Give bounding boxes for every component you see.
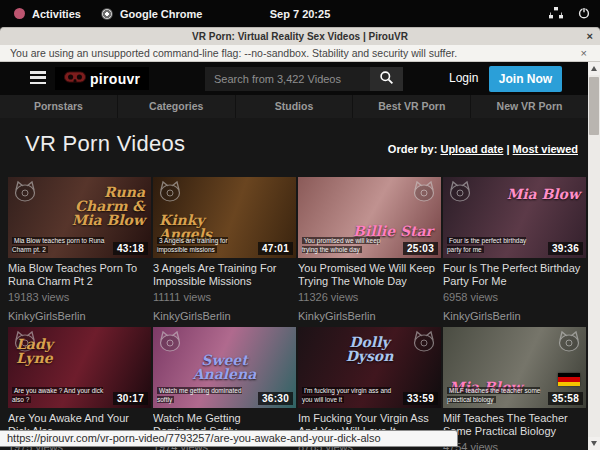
video-grid: Runa Charm & Mia Blow Mia Blow teaches p… xyxy=(8,177,586,450)
browser-title-bar[interactable]: VR Porn: Virtual Reality Sex Videos | Pi… xyxy=(0,27,600,45)
search-icon xyxy=(379,70,394,88)
video-thumbnail[interactable]: Runa Charm & Mia Blow Mia Blow teaches p… xyxy=(8,177,151,258)
view-count: 11326 views xyxy=(298,291,441,303)
join-now-button[interactable]: Join Now xyxy=(489,66,562,92)
studio-link[interactable]: KinkyGirlsBerlin xyxy=(153,310,296,322)
warning-text: You are using an unsupported command-lin… xyxy=(10,47,457,59)
browser-viewport: pirouvr Login Join Now Pornstars Categor… xyxy=(0,62,600,450)
video-thumbnail[interactable]: Billie Star You promised we will keep tr… xyxy=(298,177,441,258)
site-logo-text: pirouvr xyxy=(90,71,140,87)
studio-link[interactable]: KinkyGirlsBerlin xyxy=(298,310,441,322)
studio-cat-mask-icon xyxy=(157,330,183,352)
video-title[interactable]: Milf Teaches The Teacher Some Practical … xyxy=(443,412,586,438)
video-title[interactable]: 3 Angels Are Training For Impossible Mis… xyxy=(153,262,296,288)
thumbnail-caption: 3 Angels are training for impossible mis… xyxy=(157,236,252,254)
nav-item-categories[interactable]: Categories xyxy=(118,95,236,118)
login-link[interactable]: Login xyxy=(449,71,478,85)
network-icon[interactable] xyxy=(549,7,563,21)
video-thumbnail[interactable]: Mia Blow MILF teaches the teacher some p… xyxy=(443,327,586,408)
thumbnail-caption: You promised we will keep trying the who… xyxy=(302,236,397,254)
site-header: pirouvr Login Join Now xyxy=(0,62,588,95)
studio-cat-mask-icon xyxy=(12,180,38,202)
hamburger-menu-icon[interactable] xyxy=(30,71,46,85)
view-count: 11111 views xyxy=(153,291,296,303)
duration-badge: 47:01 xyxy=(258,242,293,255)
video-title[interactable]: Mia Blow Teaches Porn To Runa Charm Pt 2 xyxy=(8,262,151,288)
activities-dot-icon xyxy=(14,8,25,19)
chrome-warning-bar: You are using an unsupported command-lin… xyxy=(0,45,600,62)
duration-badge: 43:18 xyxy=(113,242,148,255)
nav-item-new-vr[interactable]: New VR Porn xyxy=(471,95,588,118)
thumbnail-overlay-name: Lady Lyne xyxy=(16,337,82,365)
window-close-icon[interactable]: × xyxy=(587,28,593,45)
power-icon[interactable] xyxy=(578,7,590,21)
browser-title-text: VR Porn: Virtual Reality Sex Videos | Pi… xyxy=(192,31,408,42)
thumbnail-overlay-name: Mia Blow xyxy=(506,187,580,201)
view-count: 6958 views xyxy=(443,291,586,303)
duration-badge: 25:03 xyxy=(403,242,438,255)
scroll-up-arrow-icon[interactable] xyxy=(588,62,600,75)
studio-cat-mask-icon xyxy=(411,330,437,352)
scrollbar-thumb[interactable] xyxy=(589,77,599,135)
duration-badge: 33:59 xyxy=(403,392,438,405)
video-card[interactable]: Mia Blow MILF teaches the teacher some p… xyxy=(443,327,586,450)
page-title: VR Porn Videos xyxy=(25,131,185,157)
studio-link[interactable]: KinkyGirlsBerlin xyxy=(443,310,586,322)
nav-item-studios[interactable]: Studios xyxy=(236,95,354,118)
duration-badge: 39:36 xyxy=(548,242,583,255)
order-by-controls: Order by: Upload date | Most viewed xyxy=(388,143,578,155)
thumbnail-caption: Are you awake ? And your dick also ? xyxy=(12,386,107,404)
thumbnail-overlay-name: Sweet Analena xyxy=(176,353,273,381)
site-logo[interactable]: pirouvr xyxy=(55,67,149,90)
studio-cat-mask-icon xyxy=(447,180,473,202)
video-card[interactable]: Billie Star You promised we will keep tr… xyxy=(298,177,441,327)
studio-cat-mask-icon xyxy=(556,330,582,352)
main-nav: Pornstars Categories Studios Best VR Por… xyxy=(0,95,588,118)
vr-goggles-icon xyxy=(64,70,86,88)
thumbnail-overlay-name: Dolly Dyson xyxy=(329,335,409,363)
duration-badge: 30:17 xyxy=(113,392,148,405)
duration-badge: 35:58 xyxy=(548,392,583,405)
order-by-label: Order by: xyxy=(388,143,438,155)
thumbnail-caption: Four is the perfect birthday party for m… xyxy=(447,236,542,254)
studio-cat-mask-icon xyxy=(157,180,183,202)
scroll-down-arrow-icon[interactable] xyxy=(588,437,600,450)
studio-cat-mask-icon xyxy=(411,180,437,202)
nav-item-pornstars[interactable]: Pornstars xyxy=(0,95,118,118)
order-by-separator: | xyxy=(506,143,509,155)
warning-close-icon[interactable]: × xyxy=(581,45,587,61)
view-count: 4754 views xyxy=(443,441,586,450)
studio-link[interactable]: KinkyGirlsBerlin xyxy=(8,310,151,322)
video-title[interactable]: You Promised We Will Keep Trying The Who… xyxy=(298,262,441,288)
video-thumbnail[interactable]: Sweet Analena Watch me getting dominated… xyxy=(153,327,296,408)
video-thumbnail[interactable]: Lady Lyne Are you awake ? And your dick … xyxy=(8,327,151,408)
activities-button[interactable]: Activities xyxy=(14,8,81,20)
chrome-app-icon xyxy=(101,8,113,20)
thumbnail-caption: I'm fucking your virgin ass and you will… xyxy=(302,386,397,404)
activities-label: Activities xyxy=(32,8,81,20)
video-card[interactable]: Kinky Angels 3 Angels are training for i… xyxy=(153,177,296,327)
video-card[interactable]: Mia Blow Four is the perfect birthday pa… xyxy=(443,177,586,327)
video-thumbnail[interactable]: Kinky Angels 3 Angels are training for i… xyxy=(153,177,296,258)
focused-app-menu[interactable]: Google Chrome xyxy=(101,8,203,20)
video-title[interactable]: Four Is The Perfect Birthday Party For M… xyxy=(443,262,586,288)
video-thumbnail[interactable]: Dolly Dyson I'm fucking your virgin ass … xyxy=(298,327,441,408)
german-flag-icon xyxy=(558,373,580,386)
order-by-most-viewed-link[interactable]: Most viewed xyxy=(513,143,578,155)
focused-app-label: Google Chrome xyxy=(120,8,203,20)
search-input[interactable] xyxy=(205,67,370,91)
order-by-upload-date-link[interactable]: Upload date xyxy=(440,143,503,155)
status-url-tooltip: https://pirouvr.com/vr-porn-video/779325… xyxy=(0,430,458,447)
search-button[interactable] xyxy=(370,67,403,91)
page-scrollbar[interactable] xyxy=(588,62,600,450)
video-thumbnail[interactable]: Mia Blow Four is the perfect birthday pa… xyxy=(443,177,586,258)
view-count: 19183 views xyxy=(8,291,151,303)
thumbnail-caption: Watch me getting dominated softly xyxy=(157,386,252,404)
video-card[interactable]: Runa Charm & Mia Blow Mia Blow teaches p… xyxy=(8,177,151,327)
duration-badge: 36:30 xyxy=(258,392,293,405)
nav-item-best-vr[interactable]: Best VR Porn xyxy=(353,95,471,118)
thumbnail-caption: MILF teaches the teacher some practical … xyxy=(447,386,542,404)
clock[interactable]: Sep 7 20:25 xyxy=(270,8,331,20)
thumbnail-overlay-name: Runa Charm & Mia Blow xyxy=(59,185,145,227)
thumbnail-caption: Mia Blow teaches porn to Runa Charm pt. … xyxy=(12,236,107,254)
